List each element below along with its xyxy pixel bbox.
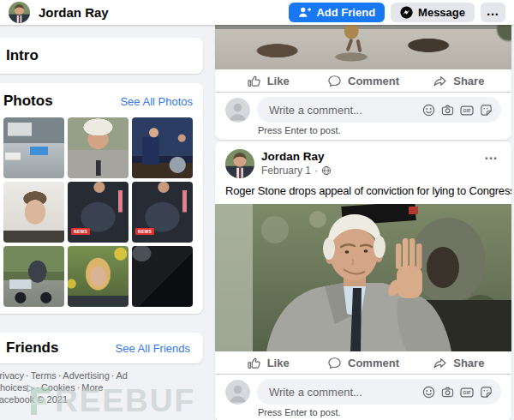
profile-header-bar: Jordan Ray Add Friend Message …	[0, 0, 514, 25]
photo-tile-podium-press-conference[interactable]	[132, 117, 193, 178]
feed-post-roger-stone: Jordan Ray February 1 · … Roger Stone dr…	[215, 141, 511, 420]
comment-button[interactable]: Comment	[315, 352, 410, 373]
post-author-name[interactable]: Jordan Ray	[261, 150, 474, 163]
photos-title: Photos	[3, 93, 53, 110]
profile-more-button[interactable]: …	[481, 3, 505, 22]
message-button[interactable]: Message	[391, 3, 475, 22]
friends-card: Friends See All Friends	[0, 333, 203, 363]
roger-stone-waving-photo[interactable]	[215, 204, 511, 351]
comment-input[interactable]	[267, 103, 422, 117]
add-friend-button[interactable]: Add Friend	[289, 3, 385, 22]
sticker-icon[interactable]	[480, 104, 493, 117]
comment-button[interactable]: Comment	[315, 70, 410, 91]
post-author-avatar-image	[225, 149, 254, 178]
comment-bubble-icon	[327, 74, 342, 88]
see-all-friends-link[interactable]: See All Friends	[116, 342, 190, 355]
share-arrow-icon	[433, 356, 447, 370]
footer-link-privacy[interactable]: Privacy	[0, 370, 24, 381]
post-text: Roger Stone drops appeal of conviction f…	[215, 178, 511, 204]
page-footer: Privacy·Terms·Advertising·Ad Choices▷·Co…	[0, 369, 207, 405]
photo-tile-man-with-glasses[interactable]	[3, 182, 64, 243]
post-action-bar: Like Comment Share	[220, 70, 506, 91]
intro-title: Intro	[6, 47, 190, 64]
share-arrow-icon	[433, 74, 447, 88]
viewer-avatar	[225, 98, 250, 123]
like-thumb-icon	[247, 74, 261, 88]
profile-avatar[interactable]	[9, 2, 30, 23]
sidewalk-pedestrian-photo[interactable]	[215, 25, 511, 69]
comment-section: GIF Press Enter to post.	[215, 374, 511, 420]
viewer-avatar	[225, 380, 250, 405]
default-person-icon	[225, 98, 250, 123]
press-enter-hint: Press Enter to post.	[258, 125, 501, 135]
comment-input[interactable]	[267, 385, 422, 399]
news-badge: NEWS	[135, 228, 154, 235]
ad-choices-icon: ▷	[27, 382, 34, 393]
feed-post-partial: Like Comment Share	[215, 25, 511, 140]
photo-tile-street-scene[interactable]	[3, 117, 64, 178]
photo-tile-roger-stone-waving[interactable]	[68, 117, 128, 178]
footer-link-more[interactable]: More	[81, 382, 103, 393]
globe-privacy-icon	[321, 165, 332, 176]
post-header: Jordan Ray February 1 · …	[215, 141, 511, 178]
gif-icon[interactable]: GIF	[460, 104, 474, 117]
photo-grid: NEWS NEWS	[3, 117, 193, 307]
photos-card: Photos See All Photos NEWS NEWS	[0, 83, 203, 314]
share-button[interactable]: Share	[411, 70, 506, 91]
like-button[interactable]: Like	[220, 352, 315, 373]
post-more-button[interactable]: …	[481, 149, 501, 161]
profile-avatar-image	[9, 2, 30, 23]
post-date[interactable]: February 1	[261, 165, 311, 177]
comment-input-pill: GIF	[257, 379, 501, 405]
friends-title: Friends	[6, 339, 58, 357]
press-enter-hint: Press Enter to post.	[258, 407, 501, 417]
message-label: Message	[418, 6, 465, 19]
emoji-icon[interactable]	[422, 386, 435, 399]
footer-link-terms[interactable]: Terms	[31, 370, 57, 381]
add-friend-label: Add Friend	[316, 6, 375, 19]
messenger-icon	[400, 6, 413, 19]
post-author-avatar[interactable]	[225, 149, 254, 178]
photo-detail	[346, 39, 354, 51]
more-ellipsis-icon: …	[487, 3, 500, 18]
footer-link-cookies[interactable]: Cookies	[41, 382, 75, 393]
news-badge: NEWS	[71, 228, 90, 235]
camera-icon[interactable]	[441, 104, 454, 117]
like-button[interactable]: Like	[220, 70, 315, 91]
emoji-icon[interactable]	[422, 104, 435, 117]
person-plus-icon	[298, 6, 311, 19]
share-button[interactable]: Share	[411, 352, 506, 373]
default-person-icon	[225, 380, 250, 405]
photo-detail	[356, 39, 362, 53]
footer-links: Privacy·Terms·Advertising·Ad Choices▷·Co…	[0, 369, 207, 393]
date-separator: ·	[314, 165, 318, 177]
comment-bubble-icon	[327, 356, 342, 370]
footer-link-advertising[interactable]: Advertising	[63, 370, 109, 381]
photo-tile-dark-indoor[interactable]	[132, 246, 193, 307]
profile-name: Jordan Ray	[39, 5, 283, 20]
photo-tile-masked-officer-2[interactable]: NEWS	[132, 182, 193, 243]
see-all-photos-link[interactable]: See All Photos	[120, 95, 193, 108]
intro-card: Intro	[0, 38, 203, 74]
comment-section: GIF Press Enter to post.	[215, 92, 511, 140]
gif-icon[interactable]: GIF	[460, 386, 474, 399]
camera-icon[interactable]	[441, 386, 454, 399]
facebook-profile-page: Jordan Ray Add Friend Message … Intro Ph…	[0, 0, 514, 420]
post-action-bar: Like Comment Share	[220, 352, 506, 373]
sticker-icon[interactable]	[480, 386, 493, 399]
footer-copyright: Facebook © 2021	[0, 393, 207, 405]
photo-tile-blonde-woman[interactable]	[68, 246, 128, 307]
photo-tile-masked-officer-1[interactable]: NEWS	[68, 182, 128, 243]
svg-text:GIF: GIF	[463, 108, 472, 113]
like-thumb-icon	[247, 356, 261, 370]
photo-tile-wheelbarrow-scooter[interactable]	[3, 246, 64, 307]
svg-text:GIF: GIF	[463, 390, 472, 395]
comment-input-pill: GIF	[257, 97, 501, 123]
